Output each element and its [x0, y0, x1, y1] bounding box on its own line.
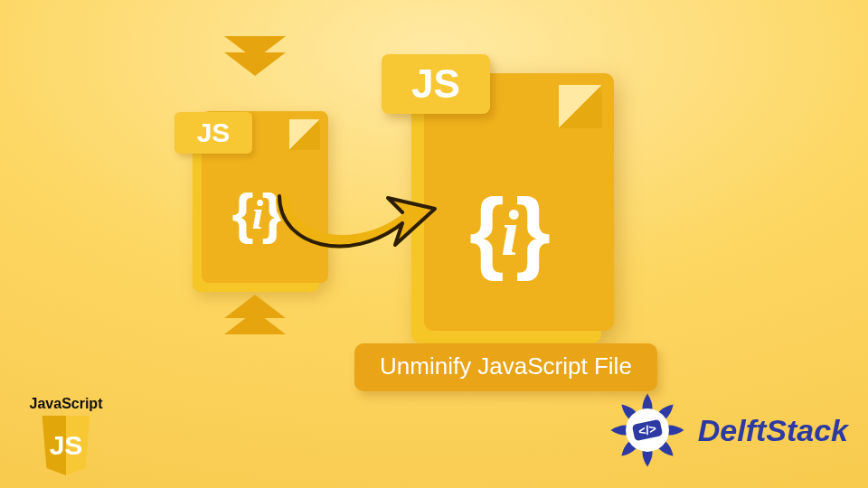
javascript-logo: JavaScript JS: [16, 396, 116, 475]
javascript-logo-text: JavaScript: [16, 396, 116, 412]
transform-arrow-icon: [267, 176, 439, 276]
file-dog-ear-icon: [559, 85, 602, 128]
js-badge-large: JS: [382, 54, 490, 114]
chevron-up-icon: [224, 311, 286, 334]
js-badge-text: JS: [197, 117, 231, 148]
compress-chevrons-top: [223, 43, 287, 69]
chevron-down-icon: [224, 52, 286, 76]
illustration-stage: {i} JS {i} JS Unminify JavaScript File J…: [0, 0, 868, 488]
js-badge-text: JS: [411, 61, 460, 107]
delftstack-brand-text: DelftStack: [698, 413, 848, 448]
brace-close: }: [515, 180, 543, 281]
brace-open: {: [469, 180, 497, 281]
delftstack-logo: </> DelftStack: [606, 389, 848, 472]
semicolon-glyph: i: [252, 194, 260, 236]
code-braces-icon: {i}: [411, 185, 601, 276]
delftstack-mandala-icon: </>: [606, 389, 689, 472]
compress-chevrons-bottom: [223, 302, 287, 327]
caption-pill: Unminify JavaScript File: [354, 343, 657, 391]
unminified-file-icon: {i}: [411, 86, 601, 343]
semicolon-glyph: i: [501, 201, 512, 266]
js-badge-small: JS: [175, 112, 252, 154]
js-shield-text: JS: [50, 430, 83, 461]
file-dog-ear-icon: [289, 119, 320, 150]
brace-open: {: [231, 182, 250, 244]
caption-text: Unminify JavaScript File: [380, 352, 632, 380]
js-shield-icon: JS: [39, 416, 93, 475]
